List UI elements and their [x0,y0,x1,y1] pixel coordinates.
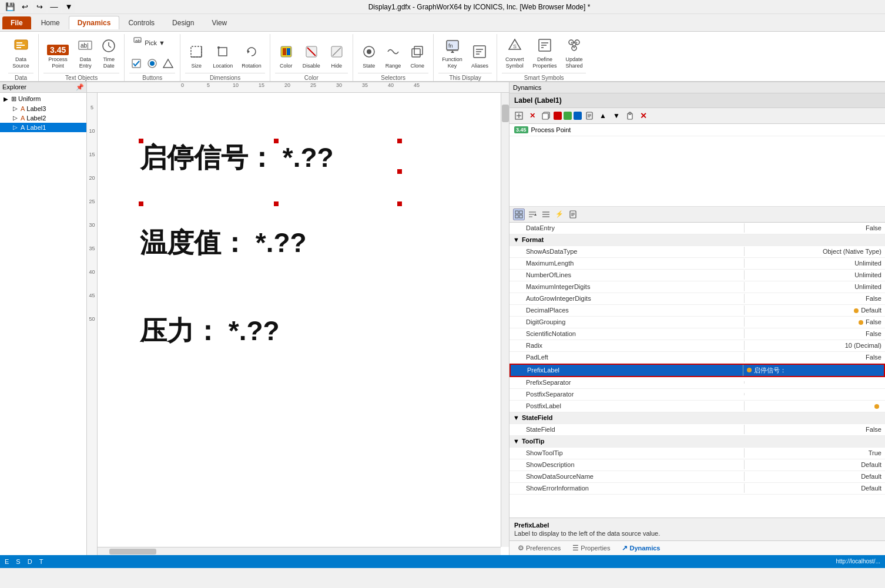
range-button[interactable]: Range [382,42,405,72]
dyn-btn-blue-sq[interactable] [574,112,582,120]
explorer-item-label1[interactable]: ▷ A Label1 [0,123,86,132]
prop-row-prefixlabel[interactable]: PrefixLabel 启停信号： [509,364,885,377]
prop-value-padleft[interactable]: False [744,352,885,362]
label-row1[interactable]: 启停信号： *.?? [140,140,334,176]
prop-value-digitgrouping[interactable]: False [744,317,885,327]
prop-value-prefixseparator[interactable] [744,381,885,384]
prop-group-format[interactable]: ▼ Format [509,234,885,246]
prop-group-tooltip[interactable]: ▼ ToolTip [509,436,885,448]
status-e[interactable]: E [5,558,9,565]
rotation-button[interactable]: Rotation [238,42,265,72]
prop-btn-grid[interactable] [513,209,525,220]
tab-file[interactable]: File [2,16,31,29]
group-toggle-format[interactable]: ▼ [513,236,519,243]
dyn-btn-green[interactable] [564,112,572,120]
prop-name-radix: Radix [509,341,744,350]
radio-button[interactable] [145,56,159,70]
qat-separator[interactable]: — [48,1,61,13]
data-source-button[interactable]: DataSource [9,34,33,72]
explorer-item-uniform[interactable]: ▶ ⊞ Uniform [0,94,86,104]
function-key-button[interactable]: fn FunctionKey [438,35,466,72]
data-entry-button[interactable]: ab| DataEntry [74,36,96,72]
prop-value-dataentry[interactable]: False [744,223,885,233]
tab-preferences[interactable]: ⚙ Preferences [514,543,564,553]
clone-button[interactable]: Clone [406,42,428,72]
tab-dynamics-bottom[interactable]: ↗ Dynamics [618,543,663,553]
color-button[interactable]: Color [275,42,297,72]
prop-value-showdatatype[interactable]: Object (Native Type) [744,247,885,256]
dyn-btn-remove[interactable]: ✕ [527,110,538,122]
disable-button[interactable]: Disable [299,42,324,72]
status-d[interactable]: D [28,558,32,565]
group-toggle-statefield[interactable]: ▼ [513,414,519,421]
size-button[interactable]: Size [185,42,207,72]
dyn-btn-doc[interactable] [584,110,595,122]
prop-value-showdatasourcename[interactable]: Default [744,472,885,481]
dyn-btn-down[interactable]: ▼ [611,110,622,122]
status-s[interactable]: S [16,558,20,565]
tab-dynamics[interactable]: Dynamics [69,16,120,29]
prop-value-showerrorinfo[interactable]: Default [744,483,885,493]
explorer-pin[interactable]: 📌 [76,83,84,91]
dyn-btn-up[interactable]: ▲ [597,110,609,122]
prop-btn-lightning[interactable]: ⚡ [554,209,565,220]
label-row2[interactable]: 温度值： *.?? [140,225,307,261]
qat-more[interactable]: ▼ [62,1,75,13]
explorer-item-label2[interactable]: ▷ A Label2 [0,113,86,123]
time-date-label: TimeDate [103,56,115,69]
prop-value-scientificnotation[interactable]: False [744,329,885,338]
group-toggle-tooltip[interactable]: ▼ [513,438,519,445]
prop-group-statefield[interactable]: ▼ StateField [509,412,885,424]
define-properties-button[interactable]: DefineProperties [529,35,560,72]
prop-value-statefield[interactable]: False [744,425,885,434]
prop-value-showtooltip[interactable]: True [744,448,885,458]
time-date-button[interactable]: TimeDate [98,36,119,72]
prop-value-decimalplaces[interactable]: Default [744,305,885,315]
canvas-scrollbar-vertical[interactable] [501,93,509,547]
aliases-button[interactable]: Aliases [468,42,492,72]
label-row3[interactable]: 压力： *.?? [140,313,280,350]
tab-properties[interactable]: ☰ Properties [569,543,614,553]
tab-view[interactable]: View [203,16,236,29]
prop-value-prefixlabel[interactable]: 启停信号： [743,365,884,376]
dyn-btn-red[interactable] [554,112,562,120]
pick-button[interactable]: ab Pick ▼ [129,34,169,53]
canvas-area[interactable]: 0 5 10 15 20 25 30 35 40 45 5 10 15 20 2… [87,82,509,555]
prop-btn-notes[interactable] [567,209,579,220]
tab-controls[interactable]: Controls [119,16,163,29]
tab-design[interactable]: Design [163,16,203,29]
slider-button[interactable] [161,56,175,70]
state-button[interactable]: State [358,42,380,72]
tab-home[interactable]: Home [32,16,69,29]
expand-icon-label3: ▷ [12,105,19,112]
location-button[interactable]: Location [209,42,236,72]
qat-redo[interactable]: ↪ [33,1,46,13]
convert-symbol-button[interactable]: S ConvertSymbol [502,35,528,72]
dyn-btn-copy[interactable] [540,110,552,122]
prop-value-maxlength[interactable]: Unlimited [744,258,885,268]
prop-value-postfixseparator[interactable] [744,393,885,395]
prop-value-autogrow[interactable]: False [744,294,885,303]
canvas-scrollbar-horizontal[interactable] [98,547,501,555]
convert-symbol-label: ConvertSymbol [505,56,524,69]
prop-value-radix[interactable]: 10 (Decimal) [744,341,885,350]
dyn-btn-delete-red[interactable]: ✕ [638,110,649,122]
status-t[interactable]: T [39,558,43,565]
update-shared-button[interactable]: UpdateShared [562,35,586,72]
prop-value-numlines[interactable]: Unlimited [744,270,885,280]
process-point-button[interactable]: 3.45 ProcessPoint [43,42,72,72]
dyn-btn-paste[interactable] [624,110,636,122]
dyn-btn-add[interactable] [513,110,525,122]
ribbon-group-buttons: ab Pick ▼ [125,34,180,81]
prop-value-postfixlabel[interactable] [744,401,885,411]
prop-btn-list[interactable] [540,209,552,220]
process-point-row[interactable]: 3.45 Process Point [509,124,885,136]
prop-value-showdescription[interactable]: Default [744,460,885,469]
checkbox-button[interactable] [129,56,143,70]
qat-save[interactable]: 💾 [4,1,16,13]
hide-button[interactable]: Hide [326,42,348,72]
prop-value-maxintdigits[interactable]: Unlimited [744,282,885,291]
qat-undo[interactable]: ↩ [18,1,31,13]
prop-btn-sort[interactable] [527,209,538,220]
explorer-item-label3[interactable]: ▷ A Label3 [0,104,86,113]
